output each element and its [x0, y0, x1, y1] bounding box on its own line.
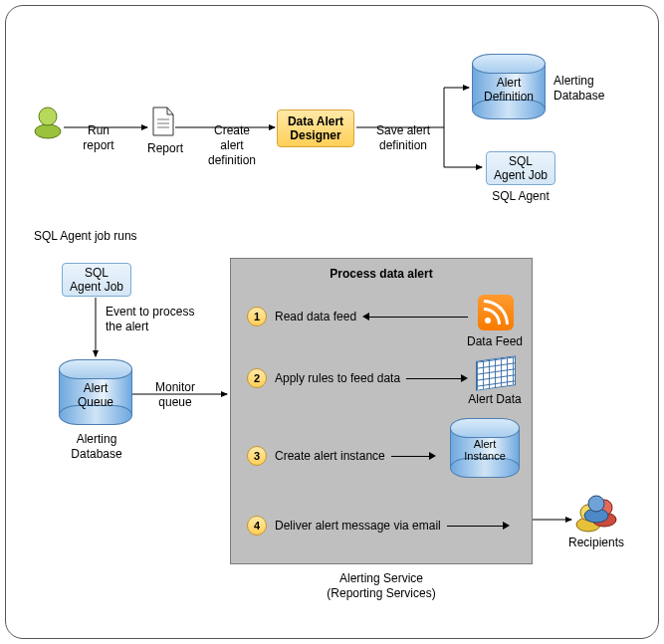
- step-4-row: 4 Deliver alert message via email: [247, 516, 516, 536]
- step-1-number: 1: [247, 307, 267, 326]
- diagram-frame: Run report Report Create alert definitio…: [5, 5, 659, 639]
- step-4-number: 4: [247, 516, 267, 536]
- run-report-label: Run report: [72, 123, 125, 153]
- monitor-queue-label: Monitor queue: [145, 380, 205, 410]
- alert-definition-label: Alert Definition: [472, 76, 546, 104]
- create-alert-def-label: Create alert definition: [197, 123, 267, 168]
- svg-point-9: [35, 124, 61, 138]
- alert-data-icon: [476, 355, 516, 391]
- sql-agent-label: SQL Agent: [484, 189, 557, 204]
- step-1-text: Read data feed: [275, 310, 356, 323]
- report-label: Report: [142, 141, 188, 156]
- step-4-text: Deliver alert message via email: [275, 519, 441, 533]
- user-icon: [32, 104, 64, 139]
- svg-point-19: [588, 496, 604, 512]
- alerting-service-caption: Alerting Service (Reporting Services): [230, 571, 533, 601]
- step-1-arrow: [362, 312, 468, 322]
- sql-agent-job-runs-label: SQL Agent job runs: [34, 229, 137, 244]
- data-alert-designer-box: Data Alert Designer: [277, 109, 354, 147]
- step-4-arrow: [447, 521, 510, 531]
- alert-queue-label: Alert Queue: [59, 381, 132, 409]
- step-2-number: 2: [247, 368, 267, 388]
- alerting-database-label-mid: Alerting Database: [54, 432, 139, 462]
- alert-queue-db-icon: Alert Queue: [59, 359, 132, 425]
- process-data-alert-box: Process data alert 1 Read data feed Data…: [230, 258, 533, 564]
- step-1-row: 1 Read data feed: [247, 307, 516, 326]
- step-3-arrow: [391, 451, 436, 461]
- sql-agent-job-box-top: SQL Agent Job: [486, 151, 555, 185]
- step-2-arrow: [406, 373, 468, 383]
- alert-definition-db-icon: Alert Definition: [472, 54, 546, 119]
- recipients-label: Recipients: [563, 536, 629, 550]
- event-to-process-label: Event to process the alert: [106, 305, 215, 334]
- step-3-text: Create alert instance: [275, 449, 385, 463]
- alert-data-label: Alert Data: [464, 392, 526, 407]
- recipients-icon: [571, 490, 619, 534]
- step-3-number: 3: [247, 446, 267, 466]
- data-feed-label: Data Feed: [464, 334, 526, 349]
- save-alert-def-label: Save alert definition: [366, 123, 440, 153]
- process-title: Process data alert: [231, 267, 532, 281]
- alert-instance-label: Alert Instance: [450, 438, 520, 462]
- svg-point-10: [39, 107, 57, 125]
- data-feed-icon: [478, 295, 514, 330]
- sql-agent-job-box-mid: SQL Agent Job: [62, 263, 131, 297]
- alerting-database-label-top: Alerting Database: [553, 74, 613, 104]
- report-icon: [151, 106, 175, 137]
- alert-instance-db-icon: Alert Instance: [450, 418, 520, 478]
- step-2-text: Apply rules to feed data: [275, 371, 400, 385]
